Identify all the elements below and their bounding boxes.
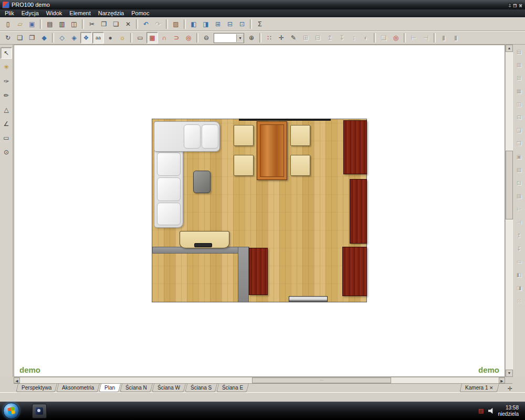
side-table[interactable] [193, 171, 211, 193]
chair-1[interactable] [234, 125, 254, 146]
taskbar-app-button[interactable] [32, 404, 47, 418]
wall-view-icon[interactable]: ◈ [68, 32, 80, 44]
print-icon[interactable]: ▥ [56, 18, 68, 30]
measure-tool-icon[interactable]: ∠ [1, 118, 12, 130]
menu-plik[interactable]: Plik [1, 9, 18, 17]
cut-icon[interactable]: ✂ [86, 18, 98, 30]
snap-center-icon[interactable]: ◎ [183, 32, 194, 44]
zoom-out-icon[interactable]: ⊖ [201, 32, 212, 44]
design-canvas[interactable]: demo demo [14, 45, 505, 377]
grid-icon[interactable]: ▦ [146, 32, 158, 44]
interior-wall-vertical[interactable] [238, 247, 249, 302]
volume-icon[interactable] [488, 407, 495, 414]
scroll-down-icon[interactable]: ▼ [506, 370, 513, 377]
zoom-tool-icon[interactable]: ⊙ [1, 146, 12, 158]
report-icon[interactable]: ▤ [44, 18, 56, 30]
price-calculation-icon[interactable]: Σ [254, 18, 266, 30]
text-labels-icon[interactable]: aa [92, 32, 104, 44]
tv-unit[interactable] [289, 296, 328, 302]
horizontal-scroll-thumb[interactable]: ⋯ [252, 377, 391, 383]
front-view-icon[interactable]: ❏ [14, 32, 26, 44]
side-panel-tool-19-icon: ◨ [514, 284, 524, 293]
new-document-icon[interactable]: ▯ [2, 18, 14, 30]
center-element-icon[interactable]: ✛ [276, 32, 287, 44]
origin-icon[interactable]: ◎ [390, 32, 402, 44]
menu-edycja[interactable]: Edycja [18, 9, 43, 17]
shape-tool-icon[interactable]: ▭ [1, 132, 12, 144]
tab-sciana-e[interactable]: Ściana E [216, 384, 249, 392]
ruler-icon[interactable]: ▭ [134, 32, 146, 44]
vertical-scrollbar[interactable]: ▲ ▼ [505, 45, 512, 377]
window-title: PRO100 demo [12, 2, 505, 8]
dimensions-icon[interactable]: ⊞ [212, 18, 224, 30]
scroll-right-icon[interactable]: ▶ [499, 377, 505, 383]
floorplan-room[interactable] [152, 119, 367, 302]
tab-perspektywa[interactable]: Perspektywa [16, 384, 57, 392]
lighting-icon[interactable]: ☼ [117, 32, 128, 44]
tab-aksonometria[interactable]: Aksonometria [56, 384, 100, 392]
axonometry-view-icon[interactable]: ◇ [56, 32, 68, 44]
vertical-scroll-thumb[interactable] [506, 151, 513, 219]
side-view-icon[interactable]: ❐ [26, 32, 38, 44]
cabinet-2[interactable] [350, 179, 367, 244]
snap-edges-icon[interactable]: ⊃ [171, 32, 182, 44]
menu-widok[interactable]: Widok [43, 9, 66, 17]
zoom-in-icon[interactable]: ⊕ [246, 32, 257, 44]
tab-sciana-n[interactable]: Ściana N [120, 384, 153, 392]
menu-narzedzia[interactable]: Narzędzia [94, 9, 128, 17]
horizontal-scrollbar[interactable]: ◀ ⋯ ▶ [14, 377, 505, 383]
snap-grid-icon[interactable]: ∷ [264, 32, 275, 44]
scroll-up-icon[interactable]: ▲ [506, 45, 513, 52]
delete-icon[interactable]: ✕ [122, 18, 134, 30]
chair-3[interactable] [290, 125, 310, 146]
coffee-table[interactable] [257, 121, 287, 180]
taskbar-clock[interactable]: 13:58 niedziela [498, 405, 521, 417]
tray-icon-1[interactable]: ▨ [477, 407, 485, 415]
show-element-icon[interactable]: ◧ [188, 18, 200, 30]
perspective-view-icon[interactable]: ◆ [38, 32, 50, 44]
maximize-button[interactable]: ❐ [512, 3, 517, 9]
open-folder-icon[interactable]: ▱ [14, 18, 26, 30]
copy-icon[interactable]: ❐ [98, 18, 110, 30]
menu-element[interactable]: Element [66, 9, 94, 17]
snap-magnet-icon[interactable]: ∩ [159, 32, 170, 44]
select-tool-icon[interactable]: ↖ [1, 47, 12, 59]
menu-pomoc[interactable]: Pomoc [128, 9, 153, 17]
polygon-tool-icon[interactable]: △ [1, 104, 12, 116]
scroll-left-icon[interactable]: ◀ [14, 377, 20, 383]
tab-kamera-1[interactable]: Kamera 1✕ [459, 384, 499, 392]
hide-frame-icon[interactable]: ⊟ [224, 18, 236, 30]
save-icon[interactable]: ▣ [26, 18, 38, 30]
tab-plan[interactable]: Plan [99, 384, 121, 392]
print-preview-icon[interactable]: ◫ [68, 18, 80, 30]
element-box-icon[interactable]: ⊡ [236, 18, 248, 30]
close-camera-tab-icon[interactable]: ✕ [489, 385, 494, 391]
pencil-tool-icon[interactable]: ✏ [1, 90, 12, 101]
wardrobe[interactable] [249, 248, 268, 295]
combo-arrow-icon[interactable]: ▾ [236, 34, 244, 42]
plan-view-icon[interactable]: ❖ [80, 32, 92, 44]
close-button[interactable]: ✕ [518, 3, 523, 9]
room-window[interactable] [239, 119, 331, 121]
show-frame-icon[interactable]: ◨ [200, 18, 212, 30]
edit-element-icon[interactable]: ✎ [288, 32, 299, 44]
chair-2[interactable] [234, 155, 254, 176]
cabinet-3[interactable] [342, 247, 367, 296]
start-button[interactable] [3, 403, 19, 419]
cabinet-1[interactable] [343, 120, 367, 174]
desk-item[interactable] [194, 243, 212, 247]
orbit-view-icon[interactable]: ↻ [2, 32, 14, 44]
minimize-button[interactable]: – [508, 3, 511, 9]
texture-tool-icon[interactable]: ✳ [1, 61, 12, 73]
paste-icon[interactable]: ❏ [110, 18, 122, 30]
properties-icon[interactable]: ▨ [170, 18, 182, 30]
tab-sciana-s[interactable]: Ściana S [185, 384, 217, 392]
zoom-level-combo[interactable]: ▾ [214, 33, 244, 43]
tab-sciana-w[interactable]: Ściana W [152, 384, 186, 392]
chair-4[interactable] [290, 155, 310, 176]
sofa-horizontal-section[interactable] [154, 121, 220, 152]
dock-handle-icon[interactable]: ✛ [508, 385, 512, 392]
paint-tool-icon[interactable]: ✑ [1, 76, 12, 87]
undo-icon[interactable]: ↶ [140, 18, 152, 30]
render-icon[interactable]: ● [104, 32, 116, 44]
